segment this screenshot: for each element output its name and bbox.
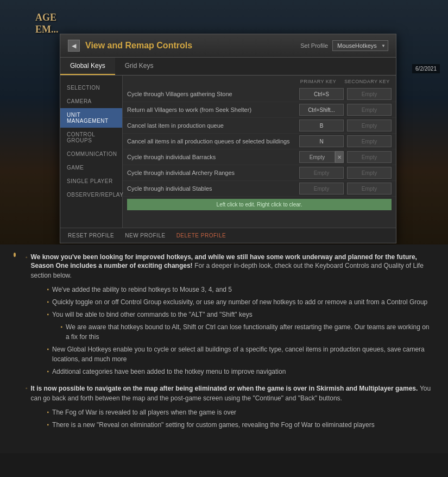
- table-row: Cycle through Villagers gathering Stone …: [123, 86, 396, 102]
- profile-dropdown-wrap: MouseHotkeys: [332, 40, 388, 51]
- sub-sub-item-text: We are aware that hotkeys bound to Alt, …: [66, 322, 434, 342]
- text-content-area: ◦ We know you've been looking for improv…: [0, 244, 448, 453]
- sidebar-item-game[interactable]: Game: [60, 161, 122, 174]
- primary-key-btn[interactable]: Empty: [299, 183, 344, 194]
- sub-bullet-2-content: It is now possible to navigate on the ma…: [31, 384, 434, 432]
- tab-grid-keys[interactable]: Grid Keys: [115, 58, 163, 75]
- modal-sidebar: Selection Camera Unit Management Control…: [60, 76, 123, 228]
- table-row: Return all Villagers to work (from Seek …: [123, 102, 396, 118]
- primary-key-header: PRIMARY KEY: [294, 79, 343, 84]
- square-bullet-icon: ▪: [47, 368, 49, 374]
- square-bullet-icon: ▪: [47, 286, 49, 292]
- list-item: ▪ You will be able to bind other command…: [47, 310, 434, 319]
- table-row: Cycle through individual Stables Empty E…: [123, 181, 396, 197]
- row-label: Cancel last item in production queue: [127, 122, 296, 129]
- primary-key-btn[interactable]: B: [299, 120, 344, 131]
- list-item: ▪ We've added the ability to rebind hotk…: [47, 285, 434, 294]
- reset-profile-button[interactable]: Reset Profile: [68, 233, 114, 238]
- sidebar-item-single-player[interactable]: Single Player: [60, 174, 122, 188]
- tooltip-bar: Left click to edit. Right click to clear…: [127, 199, 392, 210]
- list-item: ▪ The Fog of War is revealed to all play…: [47, 407, 434, 417]
- sub-item-text: You will be able to bind other commands …: [52, 310, 253, 319]
- bullet-section-1: ◦ We know you've been looking for improv…: [14, 253, 434, 437]
- set-profile-area: Set Profile MouseHotkeys: [300, 40, 388, 51]
- list-item: ▪ We are aware that hotkeys bound to Alt…: [61, 322, 434, 342]
- square-bullet-icon: ▪: [47, 311, 49, 317]
- row-label: Cycle through individual Archery Ranges: [127, 170, 296, 176]
- modal-main-content: PRIMARY KEY SECONDARY KEY Cycle through …: [123, 76, 396, 228]
- primary-key-btn[interactable]: Empty: [299, 167, 344, 179]
- square-bullet-icon: ▪: [47, 422, 49, 428]
- dash-icon: ◦: [26, 385, 28, 391]
- sidebar-item-communication[interactable]: Communication: [60, 147, 122, 161]
- dash-icon: ◦: [26, 254, 28, 260]
- secondary-key-btn[interactable]: Empty: [347, 151, 392, 163]
- remap-controls-modal: ◀ View and Remap Controls Set Profile Mo…: [60, 34, 396, 243]
- row-label: Cycle through Villagers gathering Stone: [127, 91, 296, 97]
- table-row: Cycle through individual Barracks Empty …: [123, 149, 396, 165]
- sub-item-text: We've added the ability to rebind hotkey…: [52, 285, 232, 294]
- table-row: Cancel last item in production queue B E…: [123, 118, 396, 134]
- game-screenshot: AGE EM... 6/2/2021 ◀ View and Remap Cont…: [0, 0, 448, 244]
- secondary-key-btn[interactable]: Empty: [347, 88, 392, 100]
- bullet-1-content: ◦ We know you've been looking for improv…: [20, 253, 434, 437]
- secondary-key-header: SECONDARY KEY: [343, 79, 392, 84]
- sidebar-item-observer-replay[interactable]: Observer/Replay: [60, 188, 122, 202]
- list-item: ▪ There is a new "Reveal on elimination"…: [47, 420, 434, 430]
- primary-key-with-clear: Empty ✕: [299, 151, 344, 163]
- table-row: Cancel all items in all production queue…: [123, 134, 396, 149]
- sub-item-text: There is a new "Reveal on elimination" s…: [52, 420, 375, 430]
- sidebar-item-control-groups[interactable]: Control Groups: [60, 128, 122, 147]
- modal-tabs: Global Keys Grid Keys: [60, 58, 396, 76]
- row-label: Return all Villagers to work (from Seek …: [127, 106, 296, 113]
- sub-bullet-section-2: ◦ It is now possible to navigate on the …: [26, 384, 434, 432]
- primary-key-btn[interactable]: Ctrl+Shift...: [299, 104, 344, 116]
- secondary-key-btn[interactable]: Empty: [347, 135, 392, 147]
- modal-title: View and Remap Controls: [85, 41, 295, 51]
- tab-global-keys[interactable]: Global Keys: [60, 58, 115, 75]
- list-item: ▪ New Global Hotkeys enable you to cycle…: [47, 344, 434, 364]
- delete-profile-button[interactable]: Delete Profile: [176, 233, 226, 238]
- list-item: ▪ Quickly toggle on or off Control Group…: [47, 297, 434, 307]
- secondary-key-btn[interactable]: Empty: [347, 120, 392, 131]
- row-label: Cycle through individual Stables: [127, 185, 296, 192]
- modal-footer: Reset Profile New Profile Delete Profile: [60, 228, 396, 243]
- sub-item-text: The Fog of War is revealed to all player…: [52, 407, 236, 417]
- square-bullet-icon: ▪: [47, 409, 49, 415]
- date-badge: 6/2/2021: [412, 64, 440, 73]
- modal-header: ◀ View and Remap Controls Set Profile Mo…: [60, 34, 396, 58]
- bullet-2-bold: It is now possible to navigate on the ma…: [31, 385, 418, 392]
- primary-key-editing[interactable]: Empty: [299, 151, 335, 163]
- table-row: Cycle through individual Archery Ranges …: [123, 165, 396, 181]
- new-profile-button[interactable]: New Profile: [125, 233, 165, 238]
- bullet-circle-icon: [14, 253, 16, 257]
- square-bullet-icon: ▪: [61, 324, 63, 330]
- set-profile-label: Set Profile: [300, 42, 328, 49]
- sub-item-text: Quickly toggle on or off Control Group e…: [52, 297, 427, 307]
- modal-body: Selection Camera Unit Management Control…: [60, 76, 396, 228]
- row-label: Cancel all items in all production queue…: [127, 138, 296, 145]
- sub-bullet-section-1: ◦ We know you've been looking for improv…: [26, 253, 434, 379]
- sub-item-text: New Global Hotkeys enable you to cycle o…: [52, 344, 434, 364]
- square-bullet-icon: ▪: [47, 299, 49, 305]
- primary-key-btn[interactable]: N: [299, 135, 344, 147]
- square-bullet-icon: ▪: [47, 346, 49, 352]
- clear-key-btn[interactable]: ✕: [335, 151, 344, 163]
- column-headers: PRIMARY KEY SECONDARY KEY: [123, 76, 396, 86]
- row-label: Cycle through individual Barracks: [127, 154, 296, 160]
- secondary-key-btn[interactable]: Empty: [347, 167, 392, 179]
- sub-bullet-1-content: We know you've been looking for improved…: [31, 253, 434, 379]
- primary-key-btn[interactable]: Ctrl+S: [299, 88, 344, 100]
- list-item: ▪ Additional categories have been added …: [47, 367, 434, 376]
- secondary-key-btn[interactable]: Empty: [347, 104, 392, 116]
- back-button[interactable]: ◀: [68, 40, 80, 52]
- sub-item-text: Additional categories have been added to…: [52, 367, 286, 376]
- profile-dropdown[interactable]: MouseHotkeys: [332, 40, 388, 51]
- sidebar-item-camera[interactable]: Camera: [60, 95, 122, 108]
- sidebar-item-selection[interactable]: Selection: [60, 81, 122, 95]
- sidebar-item-unit-management[interactable]: Unit Management: [60, 108, 122, 128]
- secondary-key-btn[interactable]: Empty: [347, 183, 392, 194]
- game-logo: AGE EM...: [35, 12, 59, 35]
